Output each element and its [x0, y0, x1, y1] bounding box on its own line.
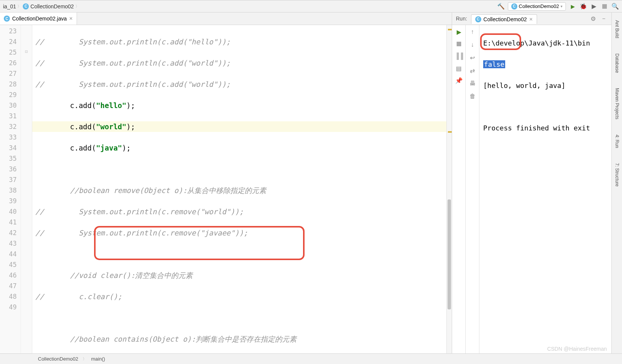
run-icon[interactable]: ▶	[569, 3, 576, 10]
run-toolbar-left: ▶ ▐▐ ▤ 📌	[452, 25, 466, 353]
run-panel: Run: C CollectionDemo02 ✕ ⚙ － ▶ ▐▐ ▤ 📌	[452, 13, 611, 353]
breadcrumb-item-2[interactable]: C CollectionDemo02	[23, 3, 74, 9]
editor-pane: C CollectionDemo02.java ✕ 23242526272829…	[0, 13, 452, 353]
stop-icon[interactable]	[455, 40, 463, 48]
selected-text: false	[483, 60, 505, 68]
close-icon[interactable]: ✕	[69, 16, 73, 21]
line-gutter: 2324252627282930313233343536373839404142…	[0, 25, 21, 353]
minimize-icon[interactable]: －	[600, 15, 608, 22]
console-line: E:\develop\Java\jdk-11\bin	[483, 38, 608, 49]
fold-gutter: ⊟	[21, 25, 32, 353]
status-method[interactable]: main()	[91, 356, 105, 362]
sidebar-run[interactable]: 4: Run	[614, 135, 620, 148]
chevron-icon: 〉	[83, 356, 86, 362]
rerun-icon[interactable]: ▶	[455, 28, 463, 36]
pin-icon[interactable]: 📌	[455, 77, 463, 84]
sidebar-maven[interactable]: Maven Projects	[614, 88, 620, 119]
layout-icon[interactable]: ▤	[455, 64, 463, 72]
chevron-down-icon: ▾	[561, 4, 562, 8]
status-bar: CollectionDemo02 〉 main()	[0, 353, 622, 364]
up-icon[interactable]: ↑	[469, 28, 476, 36]
right-tool-sidebar: Ant Build Database Maven Projects 4: Run…	[611, 13, 622, 353]
coverage-icon[interactable]: ▶	[590, 3, 598, 10]
wrap-icon[interactable]: ↩	[469, 54, 476, 61]
run-label: Run:	[456, 16, 467, 22]
gear-icon[interactable]: ⚙	[589, 15, 597, 22]
build-icon[interactable]: 🔨	[497, 3, 505, 10]
class-icon: C	[23, 3, 29, 9]
console-output[interactable]: E:\develop\Java\jdk-11\bin false [hello,…	[479, 25, 611, 353]
console-line: Process finished with exit	[483, 123, 608, 133]
sidebar-ant-build[interactable]: Ant Build	[614, 20, 620, 38]
code-editor[interactable]: 2324252627282930313233343536373839404142…	[0, 25, 452, 353]
run-config-select[interactable]: C CollectionDemo02 ▾	[508, 2, 566, 11]
search-icon[interactable]: 🔍	[611, 3, 619, 10]
status-class[interactable]: CollectionDemo02	[38, 356, 78, 362]
chevron-icon: 〉	[75, 4, 79, 9]
editor-tab[interactable]: C CollectionDemo02.java ✕	[0, 13, 77, 25]
vertical-scrollbar[interactable]	[446, 25, 452, 353]
pause-icon[interactable]: ▐▐	[455, 52, 463, 60]
debug-icon[interactable]: 🐞	[580, 3, 587, 10]
run-header: Run: C CollectionDemo02 ✕ ⚙ －	[452, 13, 611, 25]
class-icon: C	[4, 16, 10, 22]
close-icon[interactable]: ✕	[529, 17, 533, 22]
breadcrumb-item-1[interactable]: ia_01	[3, 3, 16, 9]
print-icon[interactable]: 🖶	[469, 80, 476, 87]
console-line: false	[483, 59, 608, 70]
run-toolbar-right: ↑ ↓ ↩ ⇄ 🖶 🗑	[466, 25, 479, 353]
chevron-icon: 〉	[17, 4, 21, 9]
run-tab[interactable]: C CollectionDemo02 ✕	[471, 14, 537, 24]
sidebar-structure[interactable]: 7: Structure	[614, 163, 620, 187]
class-icon: C	[511, 3, 517, 9]
editor-tab-bar: C CollectionDemo02.java ✕	[0, 13, 452, 25]
tab-label: CollectionDemo02.java	[12, 16, 67, 22]
sidebar-database[interactable]: Database	[614, 53, 620, 73]
breadcrumb-bar: ia_01 〉 C CollectionDemo02 〉 🔨 C Collect…	[0, 0, 622, 13]
trash-icon[interactable]: 🗑	[469, 93, 476, 100]
stop-icon[interactable]	[601, 3, 608, 10]
watermark: CSDN @HainesFreeman	[547, 346, 607, 352]
class-icon: C	[475, 16, 481, 22]
down-icon[interactable]: ↓	[469, 41, 476, 49]
console-line: [hello, world, java]	[483, 80, 608, 91]
code-area[interactable]: // System.out.println(c.add("hello")); /…	[32, 25, 446, 353]
scroll-icon[interactable]: ⇄	[469, 67, 476, 74]
